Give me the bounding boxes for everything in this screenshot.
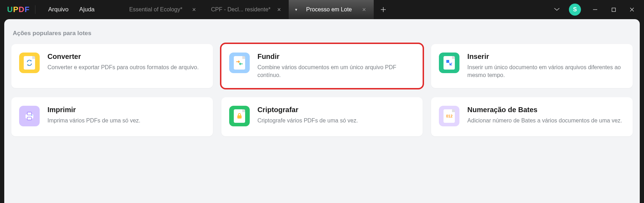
card-bates[interactable]: 012 Numeração de Bates Adicionar número … <box>431 97 633 136</box>
tabs-bar: Essential of Ecology* × CPF - Decl... re… <box>119 0 393 19</box>
card-title: Fundir <box>258 53 414 61</box>
window-controls <box>586 0 641 19</box>
close-icon <box>629 7 634 12</box>
maximize-icon <box>611 7 616 12</box>
svg-rect-6 <box>237 115 242 119</box>
tab-label: CPF - Decl... residente* <box>210 6 271 13</box>
insert-icon <box>439 53 459 73</box>
card-encrypt[interactable]: Criptografar Criptografe vários PDFs de … <box>221 97 423 136</box>
card-insert[interactable]: Inserir Inserir um único documento em vá… <box>431 44 633 88</box>
plus-icon <box>380 7 386 12</box>
chevron-down-icon[interactable]: ▾ <box>295 7 297 12</box>
close-icon[interactable]: × <box>191 6 198 13</box>
card-title: Numeração de Bates <box>467 106 624 114</box>
card-body: Converter Converter e exportar PDFs para… <box>47 53 204 71</box>
cards-row-2: Imprimir Imprima vários PDFs de uma só v… <box>11 97 633 136</box>
chevron-down-icon[interactable] <box>550 6 564 13</box>
app-logo: UPDF <box>0 0 45 19</box>
merge-icon <box>229 53 250 73</box>
section-title: Ações populares para lotes <box>13 30 633 37</box>
user-avatar[interactable]: S <box>569 4 581 16</box>
card-desc: Imprima vários PDFs de uma só vez. <box>47 117 204 125</box>
svg-rect-3 <box>27 112 32 115</box>
card-title: Imprimir <box>47 106 204 114</box>
card-body: Fundir Combine vários documentos em um ú… <box>258 53 414 79</box>
minimize-icon <box>593 7 598 12</box>
close-button[interactable] <box>623 0 641 19</box>
card-body: Criptografar Criptografe vários PDFs de … <box>258 106 414 125</box>
convert-icon <box>19 53 40 73</box>
menu-file[interactable]: Arquivo <box>48 6 69 13</box>
card-body: Imprimir Imprima vários PDFs de uma só v… <box>47 106 204 125</box>
bates-icon: 012 <box>439 106 459 126</box>
card-body: Numeração de Bates Adicionar número de B… <box>467 106 624 125</box>
tab-label: Processo em Lote <box>301 6 356 13</box>
card-title: Inserir <box>467 53 624 61</box>
card-merge[interactable]: Fundir Combine vários documentos em um ú… <box>221 44 423 88</box>
logo-text: UPDF <box>7 5 30 14</box>
tab-batch[interactable]: ▾ Processo em Lote × <box>289 0 374 19</box>
svg-rect-0 <box>612 8 615 11</box>
card-desc: Criptografe vários PDFs de uma só vez. <box>258 117 414 125</box>
svg-rect-4 <box>27 117 32 120</box>
card-body: Inserir Inserir um único documento em vá… <box>467 53 624 79</box>
tab-cpf[interactable]: CPF - Decl... residente* × <box>204 0 289 19</box>
menu-help[interactable]: Ajuda <box>79 6 95 13</box>
minimize-button[interactable] <box>586 0 604 19</box>
titlebar-right: S <box>550 0 644 19</box>
maximize-button[interactable] <box>604 0 623 19</box>
encrypt-icon <box>229 106 250 126</box>
card-print[interactable]: Imprimir Imprima vários PDFs de uma só v… <box>11 97 213 136</box>
card-desc: Inserir um único documento em vários arq… <box>467 64 624 79</box>
card-desc: Converter e exportar PDFs para outros fo… <box>47 64 204 71</box>
logo-divider <box>35 5 35 14</box>
close-icon[interactable]: × <box>361 6 368 13</box>
svg-rect-1 <box>446 60 449 63</box>
card-title: Criptografar <box>258 106 414 114</box>
tab-ecology[interactable]: Essential of Ecology* × <box>119 0 204 19</box>
svg-point-5 <box>32 115 33 116</box>
new-tab-button[interactable] <box>374 0 393 19</box>
main-menu: Arquivo Ajuda <box>45 0 97 19</box>
print-icon <box>19 106 40 126</box>
card-desc: Combine vários documentos em um único ar… <box>258 64 414 79</box>
tab-label: Essential of Ecology* <box>125 6 186 13</box>
main-panel: Ações populares para lotes Converter Con… <box>4 19 640 203</box>
cards-row-1: Converter Converter e exportar PDFs para… <box>11 44 633 88</box>
card-convert[interactable]: Converter Converter e exportar PDFs para… <box>11 44 213 88</box>
card-desc: Adicionar número de Bates a vários docum… <box>467 117 624 125</box>
close-icon[interactable]: × <box>276 6 283 13</box>
card-title: Converter <box>47 53 204 61</box>
titlebar: UPDF Arquivo Ajuda Essential of Ecology*… <box>0 0 644 19</box>
